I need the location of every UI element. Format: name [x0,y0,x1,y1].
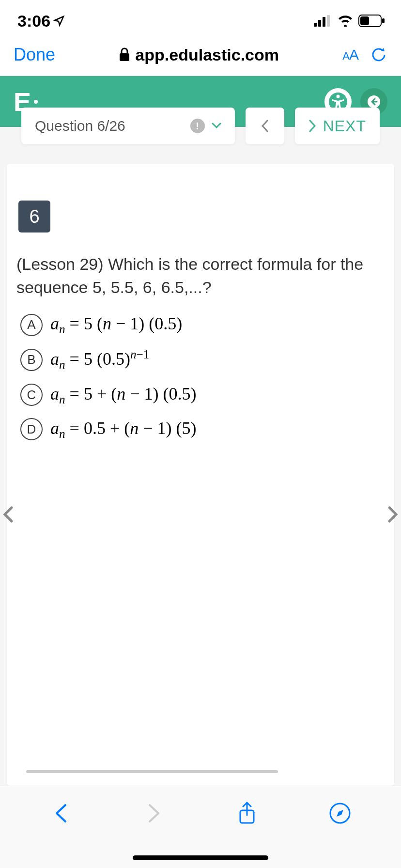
svg-rect-7 [120,53,129,61]
svg-rect-2 [323,17,325,27]
option-d[interactable]: D an = 0.5 + (n − 1) (5) [16,412,385,447]
chevron-right-icon [148,803,160,823]
option-letter: C [20,384,43,406]
svg-rect-6 [382,18,385,23]
option-formula: an = 5 (0.5)n−1 [50,348,149,372]
chevron-right-icon [308,120,316,132]
chevron-left-icon [261,120,269,132]
content-area: Question 6/26 ! NEXT 6 (Lesson 29) Which… [0,126,401,786]
question-number-badge: 6 [18,201,50,232]
svg-rect-1 [318,20,321,27]
wifi-icon [337,15,354,27]
url-display[interactable]: app.edulastic.com [119,46,279,64]
safari-compass-button[interactable] [326,800,354,827]
browser-bar: Done app.edulastic.com AAAA [0,39,401,76]
prev-button[interactable] [246,108,284,144]
carousel-prev-button[interactable] [3,504,14,528]
chevron-right-icon [387,506,398,523]
compass-icon [329,802,351,824]
browser-forward-button [140,800,168,827]
option-letter: A [20,314,43,336]
chevron-left-icon [3,506,14,523]
svg-rect-5 [360,16,369,25]
question-selector[interactable]: Question 6/26 ! [21,108,235,144]
status-icons [314,15,386,27]
share-icon [237,802,257,825]
signal-icon [314,15,332,27]
alert-icon: ! [190,119,205,133]
battery-icon [358,15,386,27]
svg-rect-0 [314,23,317,27]
next-button[interactable]: NEXT [295,108,380,144]
svg-rect-3 [327,15,330,27]
status-time: 3:06 [17,12,65,31]
option-formula: an = 5 (n − 1) (0.5) [50,313,182,336]
home-indicator[interactable] [133,855,268,860]
option-formula: an = 0.5 + (n − 1) (5) [50,418,196,441]
share-button[interactable] [233,800,261,827]
location-icon [53,15,65,27]
option-c[interactable]: C an = 5 + (n − 1) (0.5) [16,378,385,412]
ios-status-bar: 3:06 [0,0,401,39]
option-a[interactable]: A an = 5 (n − 1) (0.5) [16,308,385,342]
horizontal-scrollbar[interactable] [26,770,278,773]
option-formula: an = 5 + (n − 1) (0.5) [50,384,196,406]
chevron-left-icon [55,803,67,823]
svg-point-9 [337,94,340,98]
text-size-button[interactable]: AAAA [342,46,358,63]
carousel-next-button[interactable] [387,504,398,528]
option-letter: D [20,418,43,440]
lock-icon [119,47,130,62]
browser-back-button[interactable] [47,800,75,827]
question-card: 6 (Lesson 29) Which is the correct formu… [7,164,394,786]
refresh-icon[interactable] [370,46,387,63]
back-arrow-icon [367,95,381,108]
question-counter: Question 6/26 [35,118,125,134]
question-text: (Lesson 29) Which is the correct formula… [16,253,385,299]
option-b[interactable]: B an = 5 (0.5)n−1 [16,342,385,377]
chevron-down-icon [212,123,221,129]
done-button[interactable]: Done [14,45,55,65]
option-letter: B [20,349,43,371]
